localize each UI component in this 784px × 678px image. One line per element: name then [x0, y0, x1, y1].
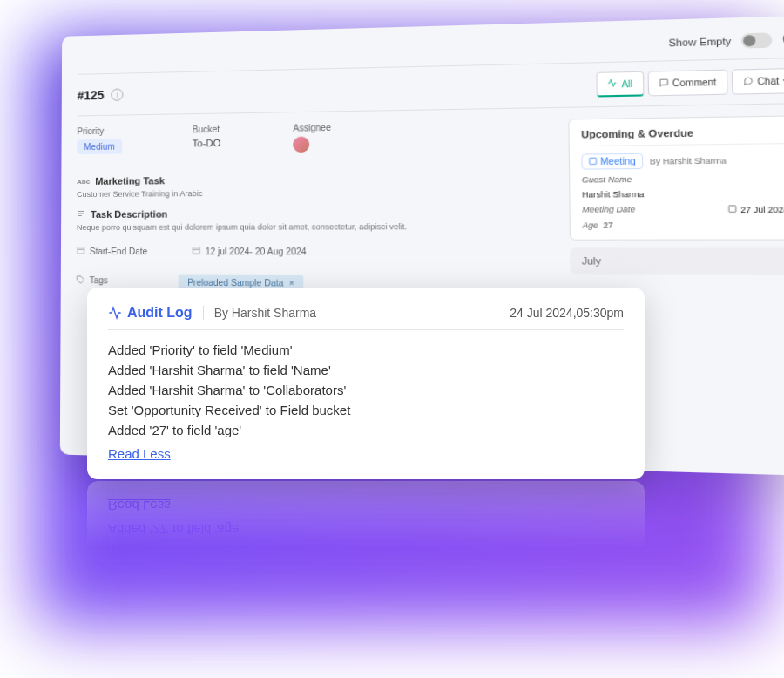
svg-rect-9	[590, 158, 597, 164]
calendar-icon	[728, 204, 738, 214]
priority-badge[interactable]: Medium	[77, 139, 121, 155]
bucket-label: Bucket	[193, 125, 221, 135]
meeting-badge[interactable]: Meeting	[581, 153, 642, 170]
tab-comment[interactable]: Comment	[647, 70, 727, 97]
show-empty-label: Show Empty	[668, 36, 731, 49]
activity-icon	[607, 78, 618, 90]
upcoming-card: Upcoming & Overdue Meeting By Harshit Sh…	[568, 115, 784, 240]
close-icon[interactable]: ×	[289, 278, 294, 288]
task-title-row: Abc Marketing Task	[77, 172, 550, 186]
date-label-row: Start-End Date	[77, 246, 148, 256]
calendar-icon	[192, 246, 200, 256]
ticket-id: #125	[78, 88, 105, 103]
priority-label: Priority	[77, 126, 121, 137]
audit-line: Added 'Priority' to field 'Medium'	[108, 342, 624, 357]
info-icon[interactable]: i	[112, 88, 124, 100]
assignee-label: Assignee	[294, 123, 331, 133]
bucket-value: To-DO	[193, 138, 221, 149]
svg-rect-10	[729, 206, 736, 212]
tag-icon	[77, 275, 85, 286]
audit-by: By Harshit Sharma	[203, 306, 316, 320]
guest-name-label: Guest Name	[582, 175, 632, 185]
desc-value: Neque porro quisquam est qui dolorem ips…	[77, 221, 550, 232]
paragraph-icon	[77, 209, 85, 220]
activity-icon	[108, 306, 122, 320]
audit-line: Added '27' to field 'age'	[108, 423, 624, 437]
age-label: Age	[582, 220, 598, 230]
audit-line: Added 'Harshit Sharma' to field 'Name'	[108, 363, 624, 377]
desc-label-row: Task Description	[77, 207, 550, 220]
month-card[interactable]: July	[570, 247, 784, 275]
tab-chat[interactable]: Chat ▾	[732, 68, 784, 95]
svg-rect-5	[78, 247, 84, 254]
calendar-icon	[77, 246, 85, 256]
svg-rect-7	[193, 247, 200, 254]
reflection: Added 'Harshit Sharma' to 'Collaborators…	[87, 481, 645, 594]
guest-name-value: Harshit Sharma	[582, 190, 644, 200]
chat-icon	[743, 76, 754, 87]
comment-icon	[659, 78, 669, 89]
right-column: Upcoming & Overdue Meeting By Harshit Sh…	[568, 115, 784, 295]
audit-line: Added 'Harshit Sharma' to 'Collaborators…	[108, 383, 624, 397]
task-subtitle: Customer Service Training in Arabic	[77, 186, 550, 199]
audit-log-card: Audit Log By Harshit Sharma 24 Jul 2024,…	[87, 288, 645, 479]
left-column: Priority Medium Bucket To-DO Assignee Ab…	[77, 119, 551, 294]
meeting-by: By Harshit Sharma	[650, 156, 727, 166]
meeting-date-value: 27 Jul 2024	[728, 204, 784, 214]
tags-label-row: Tags	[77, 275, 108, 286]
read-less-link[interactable]: Read Less	[108, 446, 171, 461]
show-empty-toggle[interactable]	[741, 32, 773, 48]
tab-all[interactable]: All	[597, 71, 644, 98]
upcoming-title: Upcoming & Overdue	[581, 125, 784, 146]
text-icon: Abc	[77, 177, 90, 185]
calendar-icon	[588, 157, 597, 167]
meeting-date-label: Meeting Date	[582, 205, 635, 215]
audit-timestamp: 24 Jul 2024,05:30pm	[510, 306, 624, 320]
audit-log-title: Audit Log	[108, 305, 193, 321]
age-value: 27	[603, 220, 613, 230]
audit-line: Set 'Opportunity Received' to Field buck…	[108, 403, 624, 417]
date-value-row: 12 jul 2024- 20 Aug 2024	[192, 246, 306, 256]
assignee-avatar[interactable]	[294, 136, 310, 153]
